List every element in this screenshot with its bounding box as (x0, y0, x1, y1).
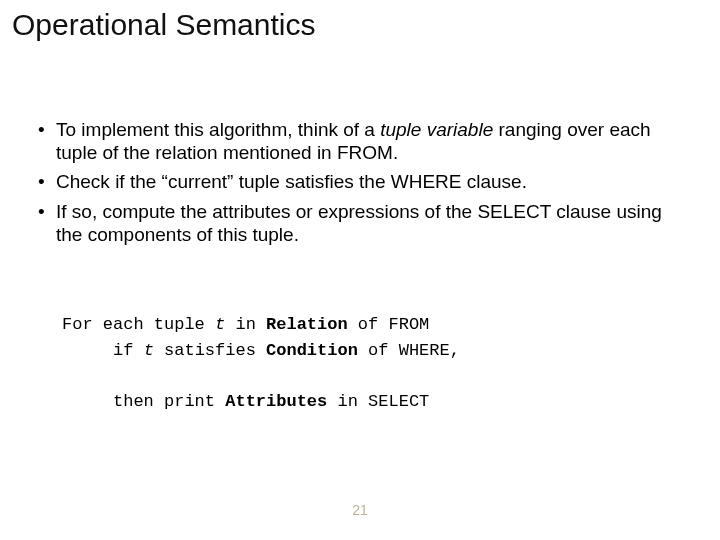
slide-body: To implement this algorithm, think of a … (38, 118, 692, 252)
code-l2-c: of WHERE, (358, 341, 460, 360)
code-l3-b: in SELECT (327, 392, 429, 411)
code-l2-a: if (62, 341, 144, 360)
code-l2-t: t (144, 341, 154, 360)
slide: Operational Semantics To implement this … (0, 0, 720, 540)
bullet-item-1: To implement this algorithm, think of a … (38, 118, 692, 164)
code-l2-b: satisfies (154, 341, 266, 360)
bullet-2-text-pre: Check if the (56, 171, 162, 192)
bullet-item-2: Check if the “current” tuple satisfies t… (38, 170, 692, 193)
bullet-item-3: If so, compute the attributes or express… (38, 200, 692, 246)
code-l3-a: then print (62, 392, 225, 411)
code-l3-attributes: Attributes (225, 392, 327, 411)
bullet-3-text: If so, compute the attributes or express… (56, 201, 662, 245)
code-l1-c: of FROM (348, 315, 430, 334)
code-l2-condition: Condition (266, 341, 358, 360)
bullet-1-em: tuple variable (380, 119, 493, 140)
bullet-2-text-post: tuple satisfies the WHERE clause. (233, 171, 527, 192)
bullet-list: To implement this algorithm, think of a … (38, 118, 692, 246)
code-l1-t: t (215, 315, 225, 334)
code-l1-b: in (225, 315, 266, 334)
bullet-2-mid: current (168, 171, 227, 192)
bullet-1-text-pre: To implement this algorithm, think of a (56, 119, 380, 140)
slide-title: Operational Semantics (12, 8, 316, 42)
code-l1-relation: Relation (266, 315, 348, 334)
page-number: 21 (0, 502, 720, 518)
pseudocode-block: For each tuple t in Relation of FROM if … (62, 312, 680, 414)
code-l1-a: For each tuple (62, 315, 215, 334)
